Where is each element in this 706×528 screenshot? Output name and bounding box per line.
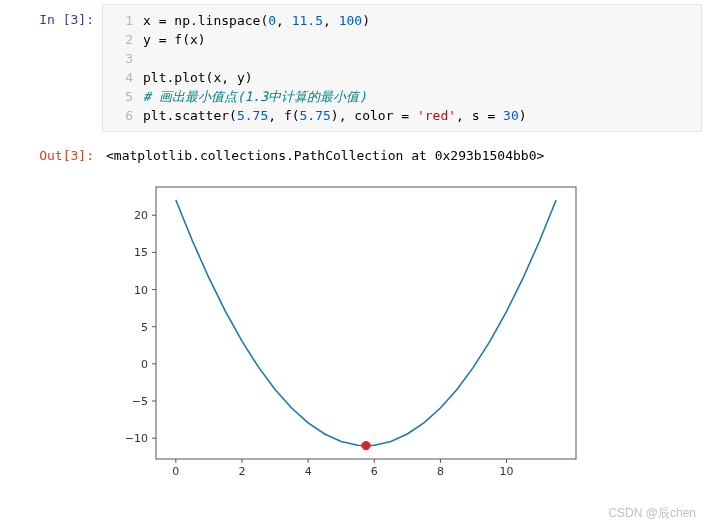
svg-text:−5: −5 <box>132 395 148 408</box>
svg-text:15: 15 <box>134 246 148 259</box>
svg-text:10: 10 <box>134 284 148 297</box>
svg-text:2: 2 <box>238 465 245 478</box>
svg-text:20: 20 <box>134 209 148 222</box>
in-prompt: In [3]: <box>4 4 102 27</box>
code-editor[interactable]: 1 2 3 4 5 6 x = np.linspace(0, 11.5, 100… <box>102 4 702 132</box>
out-prompt: Out[3]: <box>4 140 102 163</box>
svg-text:0: 0 <box>172 465 179 478</box>
code-line-5: # 画出最小值点(1.3中计算的最小值) <box>143 87 701 106</box>
code-line-3 <box>143 49 701 68</box>
svg-text:−10: −10 <box>125 432 148 445</box>
svg-text:8: 8 <box>437 465 444 478</box>
code-line-6: plt.scatter(5.75, f(5.75), color = 'red'… <box>143 106 701 125</box>
svg-text:5: 5 <box>141 321 148 334</box>
svg-rect-0 <box>156 187 576 459</box>
chart-output: 0246810−10−505101520 <box>4 177 702 487</box>
output-text: <matplotlib.collections.PathCollection a… <box>102 140 702 163</box>
svg-point-27 <box>362 441 370 449</box>
code-line-1: x = np.linspace(0, 11.5, 100) <box>143 11 701 30</box>
code-line-2: y = f(x) <box>143 30 701 49</box>
line-gutter: 1 2 3 4 5 6 <box>103 11 143 125</box>
output-row: Out[3]: <matplotlib.collections.PathColl… <box>4 140 702 163</box>
code-line-4: plt.plot(x, y) <box>143 68 701 87</box>
svg-text:10: 10 <box>500 465 514 478</box>
code-lines: x = np.linspace(0, 11.5, 100) y = f(x) p… <box>143 11 701 125</box>
input-row: In [3]: 1 2 3 4 5 6 x = np.linspace(0, 1… <box>4 4 702 132</box>
parabola-chart: 0246810−10−505101520 <box>98 177 588 487</box>
svg-text:0: 0 <box>141 358 148 371</box>
svg-text:4: 4 <box>305 465 312 478</box>
svg-text:6: 6 <box>371 465 378 478</box>
notebook-cell: In [3]: 1 2 3 4 5 6 x = np.linspace(0, 1… <box>4 4 702 487</box>
